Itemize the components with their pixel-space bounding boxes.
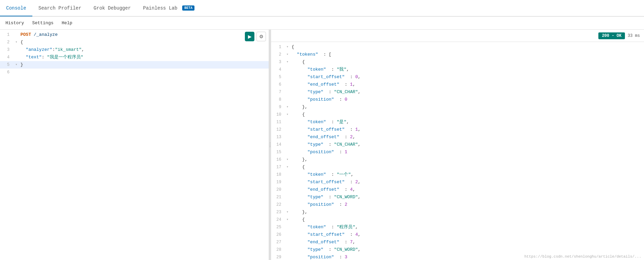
response-line-content: "start_offset" : 4,	[290, 231, 644, 239]
settings-button[interactable]: Settings	[28, 18, 58, 28]
response-line-content: {	[290, 58, 644, 66]
response-line-number: 20	[271, 186, 285, 193]
response-line: 26 "start_offset" : 4,	[271, 231, 644, 239]
response-line: 2▾ "tokens" : [	[271, 51, 644, 58]
response-line: 12 "start_offset" : 1,	[271, 126, 644, 133]
response-line-number: 18	[271, 171, 285, 178]
response-line-content: "position" : 2	[290, 201, 644, 208]
line-number: 1	[0, 31, 14, 39]
response-line-content: },	[290, 156, 644, 163]
help-button[interactable]: Help	[58, 18, 76, 28]
line-number: 6	[0, 69, 14, 76]
line-content: {	[19, 39, 269, 46]
response-line-content: {	[290, 163, 644, 171]
tab-grok-debugger[interactable]: Grok Debugger	[88, 1, 137, 16]
play-icon: ▶	[248, 34, 252, 39]
response-line-number: 7	[271, 88, 285, 96]
settings-wrench-button[interactable]: ⚙	[256, 32, 266, 41]
response-line: 7 "type" : "CN_CHAR",	[271, 88, 644, 96]
response-line-gutter[interactable]: ▾	[285, 58, 290, 66]
response-line-number: 19	[271, 178, 285, 186]
response-line-number: 27	[271, 239, 285, 246]
line-number: 3	[0, 46, 14, 54]
response-line-content: },	[290, 103, 644, 111]
response-line: 13 "end_offset" : 2,	[271, 133, 644, 141]
response-line-content: "end_offset" : 7,	[290, 239, 644, 246]
secondary-nav: History Settings Help	[0, 17, 644, 30]
run-button[interactable]: ▶	[245, 32, 254, 41]
response-line: 14 "type" : "CN_CHAR",	[271, 141, 644, 148]
response-area[interactable]: 1▾{2▾ "tokens" : [3▾ {4 "token" : "我",5 …	[271, 42, 644, 260]
tab-search-profiler[interactable]: Search Profiler	[32, 1, 88, 16]
line-gutter[interactable]: ▾	[14, 39, 19, 46]
beta-badge: BETA	[182, 5, 194, 11]
response-line-number: 28	[271, 246, 285, 254]
response-line: 23▾ },	[271, 208, 644, 216]
tab-console[interactable]: Console	[0, 1, 32, 16]
editor-toolbar: ▶ ⚙	[245, 32, 266, 41]
response-line-content: "tokens" : [	[290, 51, 644, 58]
response-line-gutter[interactable]: ▾	[285, 216, 290, 223]
response-line-gutter[interactable]: ▾	[285, 111, 290, 118]
line-number: 4	[0, 54, 14, 61]
line-content: POST /_analyze	[19, 31, 269, 39]
line-content: }	[19, 61, 269, 69]
response-line-content: {	[290, 43, 644, 51]
editor-line: 4 "text": "我是一个程序员"	[0, 54, 269, 61]
response-line-gutter[interactable]: ▾	[285, 163, 290, 171]
response-line-content: "token" : "我",	[290, 66, 644, 73]
response-line-content: "end_offset" : 1,	[290, 81, 644, 88]
response-line: 18 "token" : "一个",	[271, 171, 644, 178]
response-line-number: 22	[271, 201, 285, 208]
response-line: 10▾ {	[271, 111, 644, 118]
response-line-number: 3	[271, 58, 285, 66]
code-editor: 1POST /_analyze2▾{3 "analyzer":"ik_smart…	[0, 30, 269, 77]
response-line-content: "token" : "一个",	[290, 171, 644, 178]
response-line-gutter[interactable]: ▾	[285, 156, 290, 163]
response-line-content: "type" : "CN_CHAR",	[290, 141, 644, 148]
response-line-content: "type" : "CN_CHAR",	[290, 88, 644, 96]
main-content: ▶ ⚙ 1POST /_analyze2▾{3 "analyzer":"ik_s…	[0, 30, 644, 260]
response-line: 25 "token" : "程序员",	[271, 223, 644, 231]
response-line-number: 1	[271, 43, 285, 51]
response-line-number: 11	[271, 118, 285, 126]
editor-area[interactable]: 1POST /_analyze2▾{3 "analyzer":"ik_smart…	[0, 30, 269, 260]
response-line-content: "position" : 1	[290, 148, 644, 156]
response-line-content: "token" : "程序员",	[290, 223, 644, 231]
response-line: 21 "type" : "CN_WORD",	[271, 193, 644, 201]
response-line-number: 2	[271, 51, 285, 58]
response-line: 28 "type" : "CN_WORD",	[271, 246, 644, 254]
response-line-gutter[interactable]: ▾	[285, 103, 290, 111]
response-line-content: "end_offset" : 2,	[290, 133, 644, 141]
response-line: 24▾ {	[271, 216, 644, 223]
response-line-number: 15	[271, 148, 285, 156]
response-line-number: 16	[271, 156, 285, 163]
response-line: 11 "token" : "是",	[271, 118, 644, 126]
line-number: 2	[0, 39, 14, 46]
history-button[interactable]: History	[1, 18, 28, 28]
response-line-gutter[interactable]: ▾	[285, 51, 290, 58]
response-line-gutter[interactable]: ▾	[285, 43, 290, 51]
response-line-number: 21	[271, 193, 285, 201]
response-line-content: "position" : 0	[290, 96, 644, 103]
response-line-content: "start_offset" : 0,	[290, 73, 644, 81]
response-line-gutter[interactable]: ▾	[285, 208, 290, 216]
response-line-number: 26	[271, 231, 285, 239]
response-line: 16▾ },	[271, 156, 644, 163]
response-line-number: 8	[271, 96, 285, 103]
status-time: 33 ms	[628, 33, 640, 38]
response-line-content: {	[290, 111, 644, 118]
tab-painless-lab[interactable]: Painless Lab BETA	[137, 1, 201, 16]
line-gutter[interactable]: ▾	[14, 61, 19, 69]
response-line: 1▾{	[271, 43, 644, 51]
response-line-number: 5	[271, 73, 285, 81]
editor-line: 3 "analyzer":"ik_smart",	[0, 46, 269, 54]
response-line-number: 14	[271, 141, 285, 148]
footer-url: https://blog.csdn.net/shenlonghu/article…	[524, 255, 641, 259]
response-line-number: 23	[271, 208, 285, 216]
response-line-number: 6	[271, 81, 285, 88]
wrench-icon: ⚙	[259, 34, 264, 39]
response-line: 20 "end_offset" : 4,	[271, 186, 644, 193]
response-line: 17▾ {	[271, 163, 644, 171]
editor-line: 6	[0, 69, 269, 76]
